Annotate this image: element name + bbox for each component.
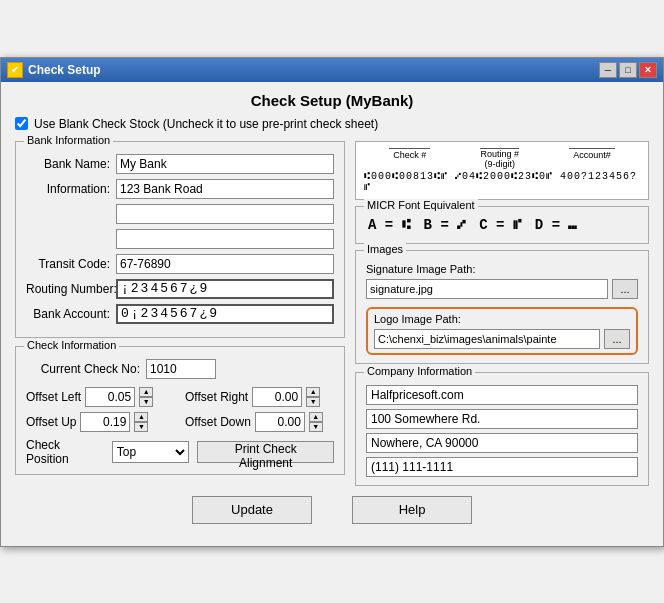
bank-info-group: Bank Information Bank Name: Information:: [15, 141, 345, 338]
check-no-label: Current Check No:: [26, 362, 146, 376]
right-column: Check # Routing # (9-digit) Account# ⑆00…: [355, 141, 649, 486]
check-no-row: Current Check No:: [26, 359, 334, 379]
window-title: Check Setup: [28, 63, 101, 77]
offset-left-row: Offset Left ▲ ▼: [26, 387, 175, 407]
offset-grid: Offset Left ▲ ▼ Offset Right ▲: [26, 387, 334, 432]
bank-name-input[interactable]: [116, 154, 334, 174]
company-line1-input[interactable]: [366, 385, 638, 405]
images-group-label: Images: [364, 243, 406, 255]
two-col-layout: Bank Information Bank Name: Information:: [15, 141, 649, 486]
bank-name-label: Bank Name:: [26, 157, 116, 171]
close-button[interactable]: ✕: [639, 62, 657, 78]
company-line4-input[interactable]: [366, 457, 638, 477]
offset-left-input[interactable]: [85, 387, 135, 407]
bank-info-input[interactable]: [116, 179, 334, 199]
title-bar: ✔ Check Setup ─ □ ✕: [1, 58, 663, 82]
account-row: Bank Account:: [26, 304, 334, 324]
offset-left-label: Offset Left: [26, 390, 81, 404]
offset-right-input[interactable]: [252, 387, 302, 407]
update-button[interactable]: Update: [192, 496, 312, 524]
check-no-input[interactable]: [146, 359, 216, 379]
offset-down-up[interactable]: ▲: [309, 412, 323, 422]
footer-bar: Update Help: [15, 486, 649, 536]
offset-up-down[interactable]: ▼: [134, 422, 148, 432]
check-position-select[interactable]: Top Middle Bottom: [112, 441, 190, 463]
content-area: Check Setup (MyBank) Use Blank Check Sto…: [1, 82, 663, 546]
offset-up-row: Offset Up ▲ ▼: [26, 412, 175, 432]
offset-up-up[interactable]: ▲: [134, 412, 148, 422]
check-info-group: Check Information Current Check No: Offs…: [15, 346, 345, 475]
sig-browse-button[interactable]: ...: [612, 279, 638, 299]
account-label: Bank Account:: [26, 307, 116, 321]
title-bar-left: ✔ Check Setup: [7, 62, 101, 78]
company-info-group: Company Information: [355, 372, 649, 486]
left-column: Bank Information Bank Name: Information:: [15, 141, 345, 486]
micr-c: C = ⑈: [479, 217, 521, 233]
offset-up-label: Offset Up: [26, 415, 76, 429]
micr-font-row: A = ⑆ B = ⑇ C = ⑈ D = ⑉: [366, 213, 638, 237]
transit-row: Transit Code:: [26, 254, 334, 274]
check-info-group-label: Check Information: [24, 339, 119, 351]
company-line3-input[interactable]: [366, 433, 638, 453]
main-title: Check Setup (MyBank): [15, 92, 649, 109]
micr-display-box: Check # Routing # (9-digit) Account# ⑆00…: [355, 141, 649, 200]
blank-check-row: Use Blank Check Stock (Uncheck it to use…: [15, 117, 649, 131]
bank-info-row3: [26, 229, 334, 249]
account-hash-label: Account#: [569, 148, 615, 169]
use-blank-label: Use Blank Check Stock (Uncheck it to use…: [34, 117, 378, 131]
sig-path-row: ...: [366, 279, 638, 299]
sig-path-input[interactable]: [366, 279, 608, 299]
offset-right-down[interactable]: ▼: [306, 397, 320, 407]
logo-path-row: ...: [374, 329, 630, 349]
help-button[interactable]: Help: [352, 496, 472, 524]
offset-right-up[interactable]: ▲: [306, 387, 320, 397]
offset-down-label: Offset Down: [185, 415, 251, 429]
bank-info-field-label: Information:: [26, 182, 116, 196]
routing-row: Routing Number:: [26, 279, 334, 299]
check-hash-label: Check #: [389, 148, 430, 169]
sig-path-label: Signature Image Path:: [366, 263, 638, 275]
company-line2-input[interactable]: [366, 409, 638, 429]
transit-label: Transit Code:: [26, 257, 116, 271]
bank-info-input2[interactable]: [116, 204, 334, 224]
check-position-row: Check Position Top Middle Bottom Print C…: [26, 438, 334, 466]
routing-sublabel: (9-digit): [480, 159, 519, 169]
use-blank-checkbox[interactable]: [15, 117, 28, 130]
micr-a: A = ⑆: [368, 217, 410, 233]
offset-down-row: Offset Down ▲ ▼: [185, 412, 334, 432]
bank-info-input3[interactable]: [116, 229, 334, 249]
logo-browse-button[interactable]: ...: [604, 329, 630, 349]
micr-font-group: MICR Font Equivalent A = ⑆ B = ⑇ C = ⑈ D…: [355, 206, 649, 244]
account-input[interactable]: [116, 304, 334, 324]
offset-right-spinner: ▲ ▼: [306, 387, 320, 407]
routing-input[interactable]: [116, 279, 334, 299]
minimize-button[interactable]: ─: [599, 62, 617, 78]
micr-font-group-label: MICR Font Equivalent: [364, 199, 478, 211]
micr-b: B = ⑇: [424, 217, 466, 233]
offset-down-down[interactable]: ▼: [309, 422, 323, 432]
routing-label: Routing Number:: [26, 282, 116, 296]
offset-down-input[interactable]: [255, 412, 305, 432]
offset-up-spinner: ▲ ▼: [134, 412, 148, 432]
main-window: ✔ Check Setup ─ □ ✕ Check Setup (MyBank)…: [0, 57, 664, 547]
offset-up-input[interactable]: [80, 412, 130, 432]
offset-left-down[interactable]: ▼: [139, 397, 153, 407]
logo-path-section: Logo Image Path: ...: [366, 307, 638, 355]
offset-left-spinner: ▲ ▼: [139, 387, 153, 407]
print-alignment-button[interactable]: Print Check Alignment: [197, 441, 334, 463]
offset-right-row: Offset Right ▲ ▼: [185, 387, 334, 407]
logo-path-input[interactable]: [374, 329, 600, 349]
window-icon: ✔: [7, 62, 23, 78]
maximize-button[interactable]: □: [619, 62, 637, 78]
routing-hash-col: Routing # (9-digit): [480, 148, 519, 169]
micr-headers: Check # Routing # (9-digit) Account#: [364, 148, 640, 169]
offset-down-spinner: ▲ ▼: [309, 412, 323, 432]
bank-info-label: Bank Information: [24, 134, 113, 146]
transit-input[interactable]: [116, 254, 334, 274]
bank-info-row2: [26, 204, 334, 224]
window-controls: ─ □ ✕: [599, 62, 657, 78]
offset-left-up[interactable]: ▲: [139, 387, 153, 397]
routing-hash-label: Routing #: [480, 148, 519, 159]
company-info-label: Company Information: [364, 365, 475, 377]
logo-path-label: Logo Image Path:: [374, 313, 630, 325]
